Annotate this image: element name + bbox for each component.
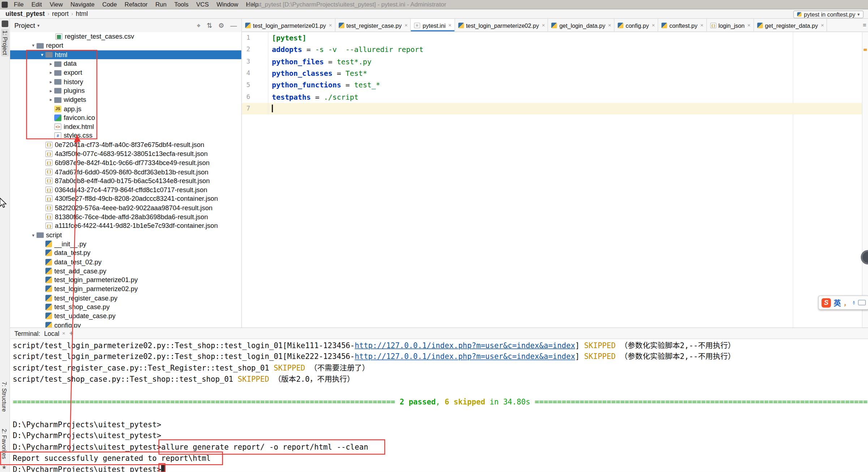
tree-item-data[interactable]: ▸data bbox=[10, 59, 241, 68]
tree-item-582f2029-576a-4eee-ba92-9022aaa98704-result-json[interactable]: { }582f2029-576a-4eee-ba92-9022aaa98704-… bbox=[10, 203, 241, 212]
tree-item-config-py[interactable]: config.py bbox=[10, 321, 241, 328]
star-icon[interactable]: ★ bbox=[2, 464, 7, 470]
menu-run[interactable]: Run bbox=[151, 1, 170, 8]
tab-get-register-data-py[interactable]: get_register_data.py× bbox=[754, 19, 827, 31]
tree-item-script[interactable]: ▾script bbox=[10, 230, 241, 239]
tree-item-0e72041a-cf73-4bff-a40c-8f37e675dbf4-result-json[interactable]: { }0e72041a-cf73-4bff-a40c-8f37e675dbf4-… bbox=[10, 140, 241, 149]
tree-item-4a3f50fe-077c-4683-9512-38051c13ecfa-result-json[interactable]: { }4a3f50fe-077c-4683-9512-38051c13ecfa-… bbox=[10, 149, 241, 158]
sogou-logo-icon[interactable]: S bbox=[821, 298, 831, 307]
keyboard-icon[interactable] bbox=[858, 300, 865, 305]
chevron-right-icon[interactable]: ▸ bbox=[48, 88, 54, 93]
tree-item-47ad67fd-6dd0-4509-86f0-8cdf363eb13b-result-json[interactable]: { }47ad67fd-6dd0-4509-86f0-8cdf363eb13b-… bbox=[10, 167, 241, 176]
chevron-right-icon[interactable]: ▸ bbox=[48, 70, 54, 75]
run-config-selector[interactable]: pytest in conftest.py ▾ bbox=[793, 10, 863, 18]
editor-line-3[interactable]: 3python_files = test*.py bbox=[242, 56, 862, 68]
ime-language-toggle[interactable]: 英 bbox=[834, 297, 841, 308]
tree-item-html[interactable]: ▾html bbox=[10, 50, 241, 59]
gear-icon[interactable]: ⚙ bbox=[218, 22, 224, 29]
tree-item-history[interactable]: ▸history bbox=[10, 77, 241, 86]
tree-item-6b987e9e-842f-4b1c-9c66-df77334bce49-result-json[interactable]: { }6b987e9e-842f-4b1c-9c66-df77334bce49-… bbox=[10, 158, 241, 167]
menu-vcs[interactable]: VCS bbox=[192, 1, 212, 8]
editor-line-5[interactable]: 5python_functions = test_* bbox=[242, 79, 862, 91]
chevron-down-icon[interactable]: ▾ bbox=[30, 43, 36, 48]
tab-login-json[interactable]: { }login_json× bbox=[707, 19, 754, 31]
tree-item-init-py[interactable]: __init__.py bbox=[10, 239, 241, 248]
menu-navigate[interactable]: Navigate bbox=[66, 1, 98, 8]
tab-conftest-py[interactable]: conftest.py× bbox=[658, 19, 707, 31]
breadcrumb-html[interactable]: html bbox=[76, 10, 88, 17]
tree-item-430f5e27-ff8d-49cb-8208-20adccc83241-container-json[interactable]: { }430f5e27-ff8d-49cb-8208-20adccc83241-… bbox=[10, 194, 241, 203]
tree-item-test-update-case-py[interactable]: test_update_case.py bbox=[10, 312, 241, 321]
tree-item-test-login-parmeterize01-py[interactable]: test_login_parmeterize01.py bbox=[10, 276, 241, 285]
chevron-down-icon[interactable]: ▾ bbox=[39, 52, 45, 57]
tab-test-login-parmeterize01-py[interactable]: test_login_parmeterize01.py× bbox=[242, 19, 335, 31]
tree-item-styles-css[interactable]: #styles.css bbox=[10, 131, 241, 140]
close-icon[interactable]: × bbox=[329, 22, 332, 28]
tree-item-test-login-parmeterize02-py[interactable]: test_login_parmeterize02.py bbox=[10, 285, 241, 294]
hide-panel-icon[interactable]: — bbox=[230, 22, 237, 29]
tree-item-81380f6c-76ce-4bde-affd-28ab3698bda6-result-json[interactable]: { }81380f6c-76ce-4bde-affd-28ab3698bda6-… bbox=[10, 212, 241, 221]
chevron-right-icon[interactable]: ▸ bbox=[48, 97, 54, 102]
tree-item-test-add-case-py[interactable]: test_add_case.py bbox=[10, 267, 241, 276]
tree-item-test-shop-case-py[interactable]: test_shop_case.py bbox=[10, 303, 241, 312]
tree-item-favicon-ico[interactable]: favicon.ico bbox=[10, 113, 241, 122]
tree-item-export[interactable]: ▸export bbox=[10, 68, 241, 77]
terminal-tab-local[interactable]: Local × bbox=[44, 330, 65, 337]
tree-item-index-html[interactable]: <>index.html bbox=[10, 122, 241, 131]
close-icon[interactable]: × bbox=[62, 330, 65, 337]
tree-item-register-test-cases-csv[interactable]: ▦register_test_cases.csv bbox=[10, 32, 241, 41]
close-icon[interactable]: × bbox=[542, 22, 545, 28]
microphone-icon[interactable] bbox=[852, 299, 855, 306]
tree-item-data-test-02-py[interactable]: data_test_02.py bbox=[10, 257, 241, 267]
editor-line-7[interactable]: 7 bbox=[242, 103, 862, 115]
close-icon[interactable]: × bbox=[608, 22, 611, 28]
editor-line-1[interactable]: 1[pytest] bbox=[242, 32, 862, 44]
breadcrumb-report[interactable]: report bbox=[52, 10, 69, 17]
close-icon[interactable]: × bbox=[652, 22, 655, 28]
close-icon[interactable]: × bbox=[700, 22, 704, 28]
tab-pytest-ini[interactable]: ≡pytest.ini× bbox=[411, 19, 455, 31]
toolwindow-tab-favorites[interactable]: 2: Favorites bbox=[1, 429, 8, 459]
collapse-all-icon[interactable]: ⇅ bbox=[207, 22, 212, 29]
tab-config-py[interactable]: config.py× bbox=[615, 19, 658, 31]
close-icon[interactable]: × bbox=[404, 22, 408, 28]
tab-get-login-data-py[interactable]: get_login_data.py× bbox=[548, 19, 614, 31]
toolwindow-tab-structure[interactable]: 7: Structure bbox=[1, 382, 8, 412]
editor-line-4[interactable]: 4python_classes = Test* bbox=[242, 68, 862, 79]
editor-line-6[interactable]: 6testpaths = ./script bbox=[242, 91, 862, 103]
breadcrumb-uitest-pytest[interactable]: uitest_pytest bbox=[5, 10, 45, 17]
tree-item-plugins[interactable]: ▸plugins bbox=[10, 86, 241, 95]
editor-pane[interactable]: 1[pytest]2addopts = -s -v --alluredir re… bbox=[242, 32, 862, 328]
tree-item-data-test-py[interactable]: data_test.py bbox=[10, 248, 241, 257]
menu-file[interactable]: File bbox=[10, 1, 28, 8]
close-icon[interactable]: × bbox=[821, 22, 824, 28]
chevron-down-icon[interactable]: ▾ bbox=[37, 23, 39, 28]
tab-test-register-case-py[interactable]: test_register_case.py× bbox=[335, 19, 411, 31]
close-icon[interactable]: × bbox=[448, 22, 452, 28]
close-icon[interactable]: × bbox=[747, 22, 751, 28]
chevron-right-icon[interactable]: ▸ bbox=[48, 61, 54, 66]
editor-line-2[interactable]: 2addopts = -s -v --alluredir report bbox=[242, 44, 862, 56]
tree-item-87ab0db8-e4ff-4ad0-b175-b6ac5c4134e8-result-json[interactable]: { }87ab0db8-e4ff-4ad0-b175-b6ac5c4134e8-… bbox=[10, 176, 241, 185]
tab-test-login-parmeterize02-py[interactable]: test_login_parmeterize02.py× bbox=[455, 19, 549, 31]
tab-list-icon[interactable]: ≡ bbox=[863, 22, 867, 28]
tree-item-widgets[interactable]: ▸widgets bbox=[10, 95, 241, 104]
tree-item-report[interactable]: ▾report bbox=[10, 41, 241, 50]
menu-edit[interactable]: Edit bbox=[27, 1, 46, 8]
terminal-output[interactable]: script/test_login_parmeterize02.py::Test… bbox=[13, 340, 868, 472]
menu-window[interactable]: Window bbox=[212, 1, 242, 8]
chevron-down-icon[interactable]: ▾ bbox=[30, 232, 36, 238]
menu-refactor[interactable]: Refactor bbox=[121, 1, 151, 8]
menu-code[interactable]: Code bbox=[98, 1, 121, 8]
menu-view[interactable]: View bbox=[46, 1, 67, 8]
project-panel-title[interactable]: Project bbox=[14, 22, 35, 29]
tree-item-app-js[interactable]: JSapp.js bbox=[10, 104, 241, 113]
tree-item-a111fce6-f422-4441-9d82-1b1e5e7c93df-container-json[interactable]: { }a111fce6-f422-4441-9d82-1b1e5e7c93df-… bbox=[10, 221, 241, 230]
menu-tools[interactable]: Tools bbox=[171, 1, 193, 8]
new-terminal-button[interactable]: + bbox=[69, 329, 73, 337]
chevron-right-icon[interactable]: ▸ bbox=[48, 79, 54, 84]
tree-item-0364da43-27c4-4779-864f-cffd8c1c0717-result-json[interactable]: { }0364da43-27c4-4779-864f-cffd8c1c0717-… bbox=[10, 185, 241, 194]
tree-item-test-register-case-py[interactable]: test_register_case.py bbox=[10, 294, 241, 303]
toolwindow-tab-project[interactable]: 1: Project bbox=[1, 29, 9, 57]
ime-punctuation-icon[interactable]: ， bbox=[844, 298, 850, 307]
